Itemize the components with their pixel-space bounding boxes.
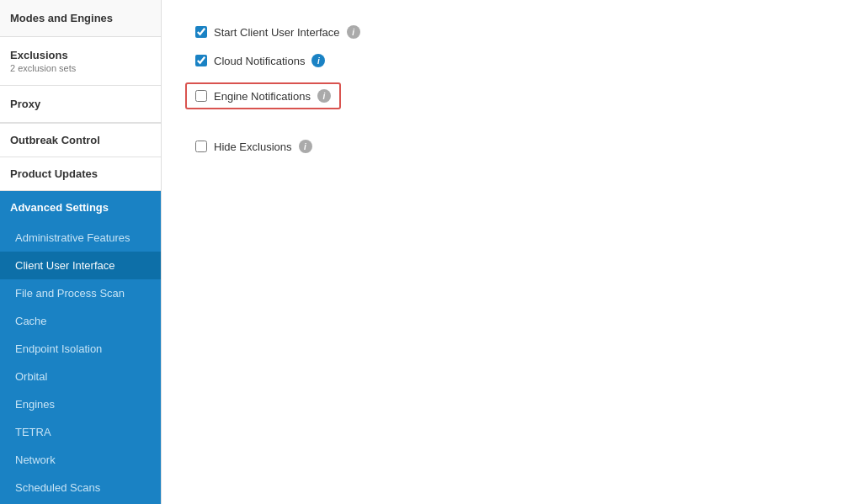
option-label-engine-notifications: Engine Notifications xyxy=(214,90,311,103)
sidebar-item-proxy[interactable]: Proxy xyxy=(0,86,161,123)
option-start-client-ui: Start Client User Interface i xyxy=(195,25,807,39)
sidebar-item-network[interactable]: Network xyxy=(0,446,161,474)
checkbox-hide-exclusions[interactable] xyxy=(195,141,207,152)
sidebar-section-title: Modes and Engines xyxy=(10,12,152,24)
sidebar-section-sub: 2 exclusion sets xyxy=(10,63,152,73)
info-icon-start-client-ui[interactable]: i xyxy=(347,25,360,39)
sidebar-item-file-process-scan[interactable]: File and Process Scan xyxy=(0,279,161,307)
checkbox-start-client-ui[interactable] xyxy=(195,26,207,38)
sidebar-item-endpoint-isolation[interactable]: Endpoint Isolation xyxy=(0,335,161,363)
sidebar-section-title: Proxy xyxy=(10,98,152,110)
main-content: Start Client User Interface i Cloud Noti… xyxy=(162,0,841,504)
option-label-hide-exclusions: Hide Exclusions xyxy=(214,141,292,153)
option-cloud-notifications: Cloud Notifications i xyxy=(195,54,807,67)
sidebar-advanced-settings-label: Advanced Settings xyxy=(10,201,152,214)
sidebar-item-engines[interactable]: Engines xyxy=(0,390,161,418)
sidebar-item-cache[interactable]: Cache xyxy=(0,307,161,335)
option-label-start-client-ui: Start Client User Interface xyxy=(214,26,340,39)
info-icon-cloud-notifications[interactable]: i xyxy=(311,54,325,67)
sidebar-item-tetra[interactable]: TETRA xyxy=(0,418,161,446)
option-engine-notifications-wrapper: Engine Notifications i xyxy=(195,82,807,125)
sidebar-group-title: Product Updates xyxy=(10,167,152,180)
sidebar-item-client-user-interface[interactable]: Client User Interface xyxy=(0,252,161,279)
info-icon-engine-notifications[interactable]: i xyxy=(317,89,331,103)
sidebar-item-outbreak-control[interactable]: Outbreak Control xyxy=(0,124,161,157)
sidebar: Modes and Engines Exclusions 2 exclusion… xyxy=(0,0,162,504)
option-hide-exclusions: Hide Exclusions i xyxy=(195,140,807,153)
sidebar-group-title: Outbreak Control xyxy=(10,134,152,146)
sidebar-item-scheduled-scans[interactable]: Scheduled Scans xyxy=(0,474,161,501)
sidebar-item-administrative-features[interactable]: Administrative Features xyxy=(0,224,161,252)
sidebar-section-title: Exclusions xyxy=(10,49,152,61)
sidebar-item-modes-engines[interactable]: Modes and Engines xyxy=(0,0,161,37)
checkbox-cloud-notifications[interactable] xyxy=(195,55,207,66)
sidebar-advanced-settings-header[interactable]: Advanced Settings xyxy=(0,191,161,224)
sidebar-item-orbital[interactable]: Orbital xyxy=(0,363,161,390)
option-label-cloud-notifications: Cloud Notifications xyxy=(214,55,305,67)
sidebar-item-product-updates[interactable]: Product Updates xyxy=(0,157,161,191)
info-icon-hide-exclusions[interactable]: i xyxy=(299,140,312,153)
option-engine-notifications-highlighted: Engine Notifications i xyxy=(185,82,341,109)
checkbox-engine-notifications[interactable] xyxy=(195,90,207,102)
sidebar-item-exclusions[interactable]: Exclusions 2 exclusion sets xyxy=(0,37,161,86)
